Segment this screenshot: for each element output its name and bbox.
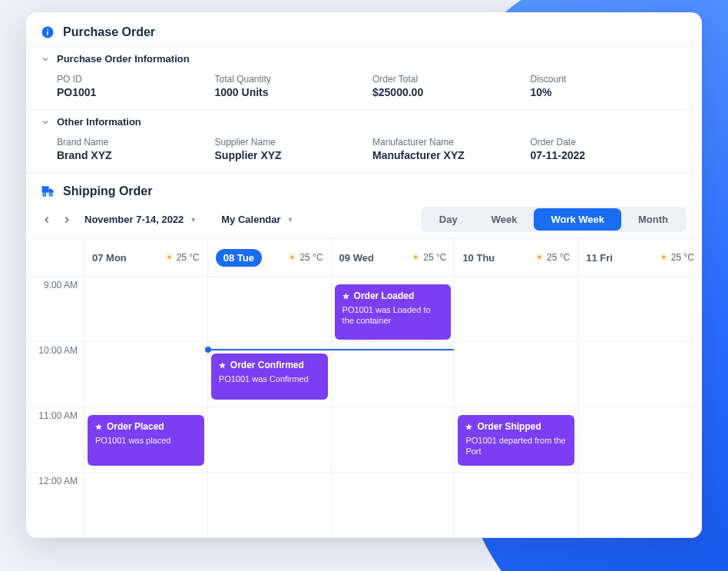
day-label: 10 Thu — [462, 252, 495, 264]
calendar-header-row: 07 Mon ☀25 °C 08 Tue ☀25 °C 09 Wed ☀25 °… — [26, 239, 702, 277]
event-order-loaded[interactable]: ★Order Loaded PO1001 was Loaded to the c… — [335, 284, 452, 340]
day-column-fri[interactable] — [578, 277, 702, 538]
field-label: Supplier Name — [215, 137, 373, 148]
info-icon — [40, 25, 55, 40]
field-value: Brand XYZ — [57, 149, 215, 161]
date-range-label: November 7-14, 2022 — [84, 214, 184, 225]
field-value: Supplier XYZ — [215, 149, 373, 161]
field-label: Discount — [531, 74, 689, 85]
svg-rect-1 — [47, 32, 48, 35]
day-column-wed[interactable]: ★Order Loaded PO1001 was Loaded to the c… — [332, 277, 455, 538]
sun-icon: ☀ — [660, 252, 668, 263]
svg-point-4 — [50, 194, 52, 196]
field-label: Manufacturer Name — [372, 137, 531, 148]
field-manufacturer: Manufacturer Name Manufacturer XYZ — [372, 137, 531, 161]
field-value: $25000.00 — [372, 86, 531, 98]
event-title: Order Confirmed — [230, 360, 304, 370]
weather: ☀25 °C — [412, 252, 446, 263]
triangle-down-icon: ▼ — [287, 216, 294, 224]
other-info-label: Other Information — [57, 116, 141, 128]
temp: 25 °C — [299, 252, 323, 263]
triangle-down-icon: ▼ — [190, 216, 197, 224]
sun-icon: ☀ — [412, 252, 420, 263]
field-order-total: Order Total $25000.00 — [372, 74, 531, 98]
weather: ☀25 °C — [288, 252, 323, 263]
tab-month[interactable]: Month — [621, 208, 685, 231]
time-label: 12:00 AM — [26, 473, 84, 538]
shipping-section-header: Shipping Order — [26, 172, 702, 207]
svg-point-3 — [43, 194, 45, 196]
day-column-tue[interactable]: ★Order Confirmed PO1001 was Confirmed — [208, 277, 332, 538]
day-label: 09 Wed — [339, 252, 374, 264]
other-info-subheader[interactable]: Other Information — [26, 109, 702, 134]
time-column: 9:00 AM 10:00 AM 11:00 AM 12:00 AM — [26, 277, 84, 538]
tab-day[interactable]: Day — [422, 208, 475, 231]
event-desc: PO1001 departed from the Port — [465, 435, 567, 457]
sun-icon: ☀ — [288, 252, 296, 263]
event-order-confirmed[interactable]: ★Order Confirmed PO1001 was Confirmed — [211, 354, 328, 400]
field-value: Manufacturer XYZ — [372, 149, 531, 161]
weather: ☀25 °C — [660, 252, 694, 263]
truck-icon — [40, 184, 55, 199]
other-fields-row: Brand Name Brand XYZ Supplier Name Suppl… — [26, 134, 702, 172]
star-icon: ★ — [465, 423, 472, 431]
day-header-mon[interactable]: 07 Mon ☀25 °C — [84, 239, 208, 276]
sun-icon: ☀ — [165, 252, 174, 263]
event-desc: PO1001 was placed — [95, 435, 197, 446]
star-icon: ★ — [219, 361, 226, 370]
weather: ☀25 °C — [535, 252, 570, 263]
next-button[interactable] — [58, 211, 75, 228]
chevron-down-icon — [40, 117, 51, 128]
po-info-subheader[interactable]: Purchase Order Information — [26, 46, 702, 71]
po-title: Purchase Order — [63, 25, 155, 39]
day-header-tue[interactable]: 08 Tue ☀25 °C — [208, 239, 332, 276]
temp: 25 °C — [671, 252, 694, 263]
time-label: 11:00 AM — [26, 407, 84, 473]
shipping-title: Shipping Order — [63, 184, 152, 198]
nav-buttons — [38, 211, 75, 228]
event-desc: PO1001 was Loaded to the container — [342, 304, 444, 327]
field-label: Order Total — [372, 74, 531, 85]
day-label: 11 Fri — [586, 252, 613, 264]
calendar-body: 9:00 AM 10:00 AM 11:00 AM 12:00 AM ★Orde… — [26, 277, 702, 538]
prev-button[interactable] — [38, 211, 55, 228]
field-label: Order Date — [531, 137, 689, 148]
event-order-placed[interactable]: ★Order Placed PO1001 was placed — [88, 415, 204, 466]
sun-icon: ☀ — [535, 252, 544, 263]
day-label: 07 Mon — [92, 252, 127, 264]
po-info-label: Purchase Order Information — [57, 53, 190, 65]
field-label: Brand Name — [57, 137, 215, 148]
field-value: 1000 Units — [215, 86, 373, 98]
day-column-mon[interactable]: ★Order Placed PO1001 was placed — [84, 277, 208, 538]
time-label: 10:00 AM — [26, 342, 84, 407]
event-title: Order Loaded — [354, 290, 415, 301]
event-desc: PO1001 was Confirmed — [219, 373, 320, 384]
day-header-wed[interactable]: 09 Wed ☀25 °C — [332, 239, 455, 276]
field-brand: Brand Name Brand XYZ — [57, 137, 215, 161]
tab-week[interactable]: Week — [475, 208, 534, 231]
po-section-header: Purchase Order — [26, 12, 702, 46]
calendar-dropdown-label: My Calendar — [221, 214, 280, 225]
calendar: 07 Mon ☀25 °C 08 Tue ☀25 °C 09 Wed ☀25 °… — [26, 238, 702, 538]
field-order-date: Order Date 07-11-2022 — [531, 137, 689, 161]
star-icon: ★ — [95, 423, 102, 431]
weather: ☀25 °C — [165, 252, 200, 263]
day-header-fri[interactable]: 11 Fri ☀25 °C — [578, 239, 702, 276]
event-title: Order Placed — [107, 421, 164, 432]
field-label: PO ID — [57, 74, 215, 85]
day-column-thu[interactable]: ★Order Shipped PO1001 departed from the … — [455, 277, 578, 538]
field-value: PO1001 — [57, 86, 215, 98]
tab-work-week[interactable]: Work Week — [534, 208, 621, 231]
field-supplier: Supplier Name Supplier XYZ — [215, 137, 373, 161]
calendar-toolbar: November 7-14, 2022 ▼ My Calendar ▼ Day … — [26, 207, 702, 238]
star-icon: ★ — [342, 292, 349, 300]
purchase-order-card: Purchase Order Purchase Order Informatio… — [26, 12, 702, 538]
date-range-dropdown[interactable]: November 7-14, 2022 ▼ — [84, 214, 197, 225]
time-label: 9:00 AM — [26, 277, 84, 342]
calendar-dropdown[interactable]: My Calendar ▼ — [221, 214, 293, 225]
field-po-id: PO ID PO1001 — [57, 74, 215, 98]
day-label-active: 08 Tue — [216, 249, 262, 267]
chevron-down-icon — [40, 54, 51, 65]
day-header-thu[interactable]: 10 Thu ☀25 °C — [455, 239, 578, 276]
event-order-shipped[interactable]: ★Order Shipped PO1001 departed from the … — [458, 415, 574, 466]
